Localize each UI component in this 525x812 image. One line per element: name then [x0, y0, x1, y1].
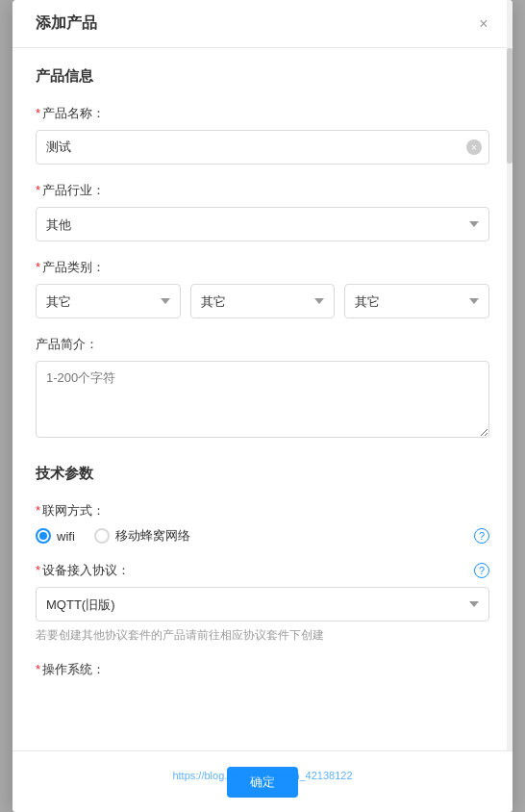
- required-star-4: *: [36, 503, 40, 518]
- modal-footer: https://blog.csdn.net/weixin_42138122 确定: [12, 750, 512, 812]
- category-col1-wrapper: 其它: [36, 284, 181, 318]
- category-col3-wrapper: 其它: [344, 284, 489, 318]
- product-intro-label: 产品简介：: [36, 336, 489, 353]
- section-divider: 技术参数: [36, 465, 489, 483]
- product-name-input-wrapper: ×: [36, 130, 489, 165]
- product-category-label: *产品类别：: [36, 259, 489, 276]
- required-star-3: *: [36, 260, 40, 274]
- connection-type-help-icon[interactable]: ?: [474, 528, 489, 544]
- os-label: *操作系统：: [36, 661, 489, 678]
- close-button[interactable]: ×: [474, 14, 493, 34]
- form-group-os: *操作系统：: [36, 661, 489, 678]
- scrollbar-track: [507, 0, 512, 812]
- product-industry-select-wrapper: 其他: [36, 207, 489, 241]
- modal-header: 添加产品 ×: [12, 0, 512, 48]
- scrollbar-thumb[interactable]: [507, 48, 512, 164]
- required-star: *: [36, 106, 40, 120]
- connection-type-options-row: wifi 移动蜂窝网络 ?: [36, 527, 489, 545]
- device-protocol-select-wrapper: MQTT(旧版): [36, 587, 489, 622]
- form-group-connection-type: *联网方式： wifi 移动蜂窝网络 ?: [36, 502, 489, 545]
- radio-wifi-label: wifi: [57, 529, 75, 544]
- device-protocol-label-row: *设备接入协议： ?: [36, 562, 489, 579]
- device-protocol-hint: 若要创建其他协议套件的产品请前往相应协议套件下创建: [36, 627, 489, 644]
- product-category-selects: 其它 其它 其它: [36, 284, 489, 318]
- radio-wifi-indicator: [36, 528, 51, 544]
- product-industry-select[interactable]: 其他: [36, 207, 489, 241]
- required-star-6: *: [36, 662, 40, 676]
- device-protocol-help-icon[interactable]: ?: [474, 563, 489, 578]
- radio-wifi[interactable]: wifi: [36, 528, 75, 544]
- radio-mobile-label: 移动蜂窝网络: [115, 527, 190, 545]
- form-group-product-category: *产品类别： 其它 其它 其它: [36, 259, 489, 318]
- category-select-2[interactable]: 其它: [190, 284, 336, 318]
- product-industry-label: *产品行业：: [36, 182, 489, 199]
- category-col2-wrapper: 其它: [190, 284, 336, 318]
- form-group-product-intro: 产品简介：: [36, 336, 489, 442]
- form-group-product-industry: *产品行业： 其他: [36, 182, 489, 241]
- modal-overlay: 添加产品 × 产品信息 *产品名称： × *产品行业：: [0, 0, 525, 812]
- modal-body: 产品信息 *产品名称： × *产品行业： 其他: [12, 48, 512, 812]
- radio-mobile-indicator: [94, 528, 110, 544]
- device-protocol-label: *设备接入协议：: [36, 562, 130, 579]
- connection-type-label: *联网方式：: [36, 502, 489, 520]
- product-intro-textarea[interactable]: [36, 361, 489, 438]
- form-group-product-name: *产品名称： ×: [36, 105, 489, 165]
- modal: 添加产品 × 产品信息 *产品名称： × *产品行业：: [12, 0, 512, 812]
- modal-title: 添加产品: [36, 13, 97, 34]
- radio-mobile[interactable]: 移动蜂窝网络: [94, 527, 190, 545]
- connection-type-radio-group: wifi 移动蜂窝网络: [36, 527, 190, 545]
- product-name-clear-button[interactable]: ×: [466, 140, 482, 155]
- section-product-info-title: 产品信息: [36, 67, 489, 86]
- footer-url: https://blog.csdn.net/weixin_42138122: [172, 770, 352, 781]
- category-select-1[interactable]: 其它: [36, 284, 181, 318]
- required-star-5: *: [36, 563, 40, 577]
- form-group-device-protocol: *设备接入协议： ? MQTT(旧版) 若要创建其他协议套件的产品请前往相应协议…: [36, 562, 489, 644]
- device-protocol-select[interactable]: MQTT(旧版): [36, 587, 489, 622]
- required-star-2: *: [36, 183, 40, 197]
- product-name-label: *产品名称：: [36, 105, 489, 122]
- section-tech-params-title: 技术参数: [36, 465, 489, 483]
- category-select-3[interactable]: 其它: [344, 284, 489, 318]
- product-name-input[interactable]: [36, 130, 489, 165]
